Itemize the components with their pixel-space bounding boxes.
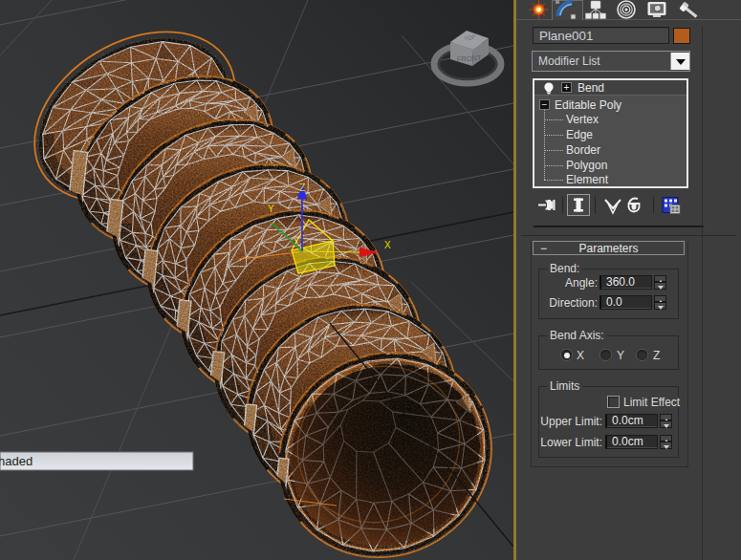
svg-text:Y: Y: [268, 204, 274, 214]
svg-text:haded: haded: [0, 454, 33, 468]
svg-text:Z: Z: [299, 183, 305, 193]
svg-text:X: X: [384, 240, 391, 250]
